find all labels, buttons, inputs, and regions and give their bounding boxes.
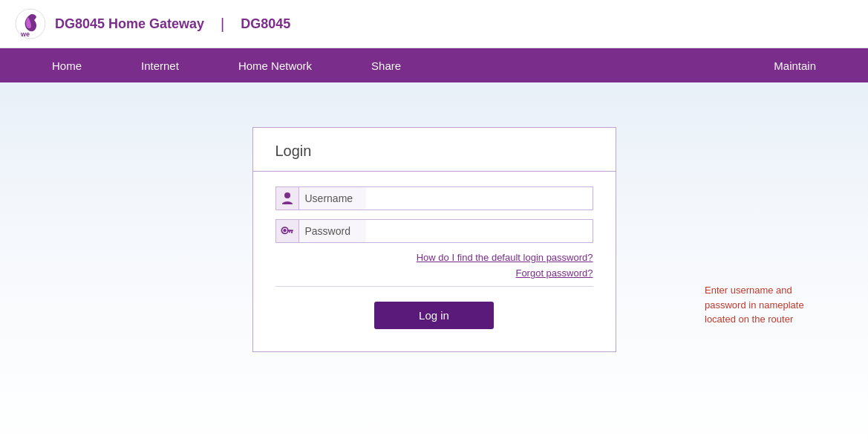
- password-row: Password: [275, 219, 593, 243]
- password-label: Password: [299, 219, 366, 243]
- main-content: Login Username: [0, 82, 868, 448]
- header: we DG8045 Home Gateway | DG8045: [0, 0, 868, 48]
- login-btn-row: Log in: [275, 302, 593, 329]
- login-card-header: Login: [253, 128, 616, 172]
- header-model: DG8045: [241, 16, 290, 32]
- svg-point-2: [284, 192, 290, 198]
- login-card-body: Username Password: [253, 172, 616, 351]
- login-button[interactable]: Log in: [374, 302, 494, 329]
- header-divider: |: [221, 16, 224, 33]
- nav-item-internet[interactable]: Internet: [111, 48, 209, 82]
- key-icon: [275, 219, 299, 243]
- nav-item-share[interactable]: Share: [342, 48, 431, 82]
- logo-area: we DG8045 Home Gateway | DG8045: [15, 8, 290, 39]
- navbar: Home Internet Home Network Share Maintai…: [0, 48, 868, 82]
- svg-rect-6: [291, 231, 293, 233]
- nav-item-maintain[interactable]: Maintain: [744, 48, 846, 82]
- svg-rect-7: [289, 231, 290, 233]
- user-icon: [275, 186, 299, 210]
- username-input[interactable]: [366, 186, 593, 210]
- forgot-password-link[interactable]: Forgot password?: [275, 267, 593, 279]
- side-note: Enter username and password in nameplate…: [705, 283, 823, 327]
- username-row: Username: [275, 186, 593, 210]
- login-card: Login Username: [252, 127, 616, 352]
- login-title: Login: [275, 143, 312, 159]
- svg-text:we: we: [20, 30, 30, 38]
- svg-point-4: [283, 229, 286, 232]
- we-logo: we: [15, 8, 46, 39]
- nav-item-home-network[interactable]: Home Network: [209, 48, 342, 82]
- help-link[interactable]: How do I find the default login password…: [275, 252, 593, 263]
- password-input[interactable]: [366, 219, 593, 243]
- svg-rect-5: [287, 230, 293, 231]
- header-title: DG8045 Home Gateway: [55, 16, 204, 32]
- username-label: Username: [299, 186, 366, 210]
- links-area: How do I find the default login password…: [275, 252, 593, 287]
- nav-item-home[interactable]: Home: [22, 48, 111, 82]
